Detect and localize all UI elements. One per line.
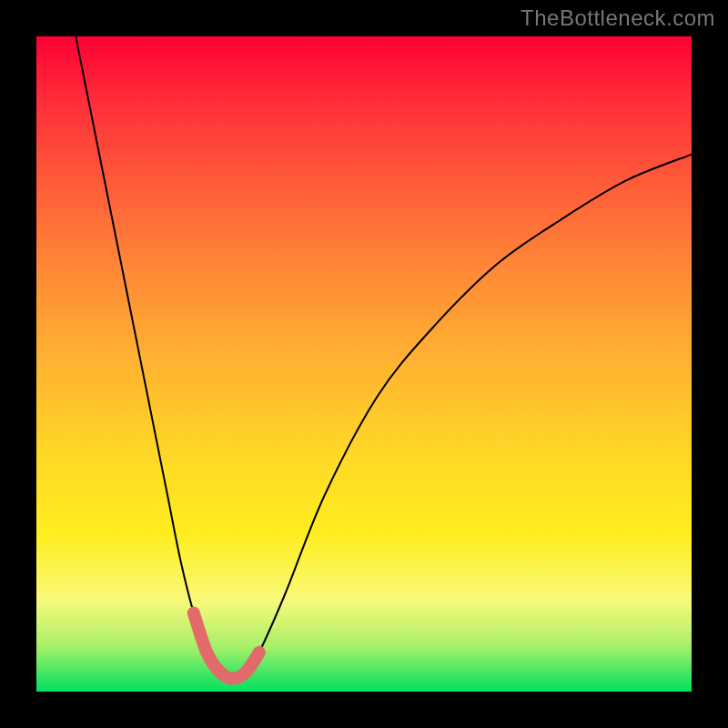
watermark-text: TheBottleneck.com <box>521 5 715 31</box>
bottleneck-highlight <box>194 613 259 679</box>
curve-svg <box>36 36 692 692</box>
chart-frame: TheBottleneck.com <box>0 0 728 728</box>
bottleneck-curve <box>76 36 692 679</box>
plot-area <box>36 36 692 692</box>
